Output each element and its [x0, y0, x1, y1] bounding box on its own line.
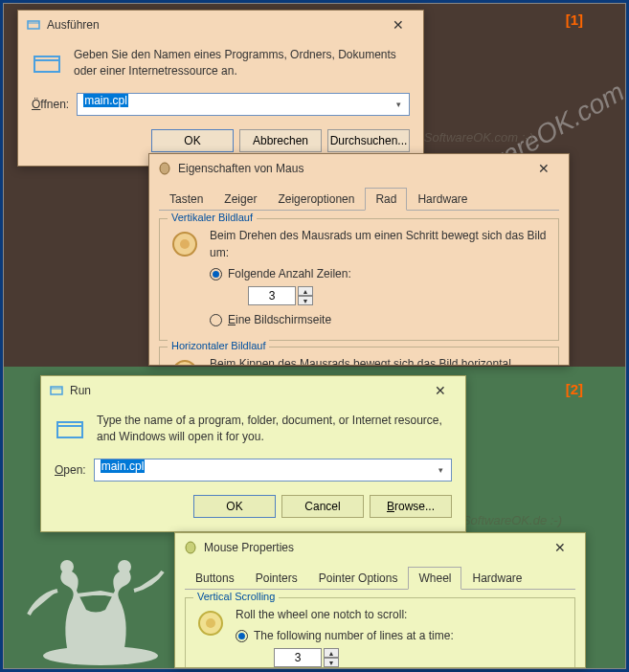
svg-point-6	[180, 239, 190, 249]
run-dialog-en: Run ✕ Type the name of a program, folder…	[40, 375, 466, 532]
horizontal-description: Beim Kippen des Mausrads bewegt sich das…	[210, 355, 511, 366]
svg-rect-9	[51, 387, 62, 394]
open-label: Öffnen:	[32, 98, 69, 111]
tab-pointer-options[interactable]: Pointer Options	[308, 567, 409, 590]
open-label: Open:	[55, 463, 86, 477]
mouse-properties-de: Eigenschaften von Maus ✕ Tasten Zeiger Z…	[148, 153, 570, 366]
dropdown-icon[interactable]: ▾	[390, 96, 407, 113]
lines-spinner[interactable]: ▲▼	[248, 286, 313, 305]
vertical-scroll-group: Vertical Scrolling Roll the wheel one no…	[185, 597, 575, 668]
tabs: Buttons Pointers Pointer Options Wheel H…	[185, 566, 575, 590]
spin-down[interactable]: ▼	[324, 658, 339, 667]
radio-lines-label: The following number of lines at a time:	[254, 627, 454, 644]
close-button[interactable]: ✕	[543, 537, 577, 558]
vertical-description: Beim Drehen des Mausrads um einen Schrit…	[210, 227, 549, 261]
ok-button[interactable]: OK	[151, 129, 234, 152]
vertical-description: Roll the wheel one notch to scroll:	[236, 606, 454, 623]
run-dialog-de: Ausführen ✕ Geben Sie den Namen eines Pr…	[17, 10, 424, 167]
browse-button[interactable]: Durchsuchen...	[327, 129, 410, 152]
svg-point-7	[173, 361, 196, 366]
dialog-title: Eigenschaften von Maus	[178, 162, 527, 175]
vertical-scroll-group: Vertikaler Bildlauf Beim Drehen des Maus…	[159, 218, 559, 341]
svg-point-13	[186, 542, 195, 553]
lines-spinner[interactable]: ▲▼	[274, 648, 339, 667]
tab-buttons[interactable]: Tasten	[159, 188, 213, 211]
tab-hardware[interactable]: Hardware	[407, 188, 478, 211]
lines-input[interactable]	[248, 286, 296, 305]
open-input[interactable]: main.cpl ▾	[94, 459, 452, 482]
mouse-icon	[183, 540, 198, 555]
tab-hardware[interactable]: Hardware	[461, 567, 532, 590]
svg-rect-2	[34, 56, 59, 72]
run-icon	[32, 49, 62, 79]
group-title: Horizontaler Bildlauf	[168, 340, 269, 351]
tab-buttons[interactable]: Buttons	[185, 567, 245, 590]
cancel-button[interactable]: Abbrechen	[239, 129, 322, 152]
group-title: Vertikaler Bildlauf	[168, 212, 257, 223]
input-value: main.cpl	[83, 94, 128, 107]
tab-pointers[interactable]: Zeiger	[213, 188, 267, 211]
run-description: Geben Sie den Namen eines Programms, Ord…	[74, 47, 410, 79]
close-button[interactable]: ✕	[423, 380, 458, 401]
svg-point-4	[160, 163, 169, 174]
svg-rect-0	[28, 21, 39, 29]
spin-down[interactable]: ▼	[298, 296, 313, 305]
radio-lines-label: Folgende Anzahl Zeilen:	[228, 265, 351, 282]
mouse-icon	[157, 161, 172, 176]
dialog-title: Ausführen	[47, 18, 381, 32]
group-title: Vertical Scrolling	[193, 591, 279, 602]
tab-wheel[interactable]: Rad	[365, 188, 407, 211]
titlebar[interactable]: Run ✕	[41, 376, 465, 405]
marker-2: [2]	[566, 381, 583, 397]
wheel-icon	[169, 229, 200, 259]
radio-page[interactable]	[210, 314, 222, 326]
svg-rect-11	[57, 422, 82, 437]
run-icon	[55, 414, 85, 445]
tabs: Tasten Zeiger Zeigeroptionen Rad Hardwar…	[159, 187, 559, 211]
tab-wheel[interactable]: Wheel	[408, 567, 461, 590]
cancel-button[interactable]: Cancel	[281, 495, 364, 518]
run-window-icon	[49, 383, 64, 398]
dialog-title: Run	[70, 384, 423, 397]
spin-up[interactable]: ▲	[298, 286, 313, 296]
tab-pointers[interactable]: Pointers	[245, 567, 308, 590]
run-description: Type the name of a program, folder, docu…	[97, 413, 452, 445]
mouse-properties-en: Mouse Properties ✕ Buttons Pointers Poin…	[174, 532, 586, 668]
titlebar[interactable]: Mouse Properties ✕	[175, 533, 585, 562]
titlebar[interactable]: Ausführen ✕	[18, 11, 423, 39]
ok-button[interactable]: OK	[193, 495, 276, 518]
titlebar[interactable]: Eigenschaften von Maus ✕	[149, 154, 569, 183]
browse-button[interactable]: Browse...	[370, 495, 452, 518]
wheel-icon	[195, 608, 226, 638]
tab-pointer-options[interactable]: Zeigeroptionen	[267, 188, 365, 211]
spin-up[interactable]: ▲	[324, 648, 339, 658]
radio-lines[interactable]	[236, 630, 248, 642]
horizontal-scroll-group: Horizontaler Bildlauf Beim Kippen des Ma…	[159, 347, 559, 366]
dialog-title: Mouse Properties	[204, 541, 543, 554]
marker-1: [1]	[566, 11, 583, 28]
svg-point-15	[206, 618, 215, 628]
run-window-icon	[26, 17, 41, 33]
open-input[interactable]: main.cpl ▾	[77, 93, 410, 116]
close-button[interactable]: ✕	[527, 158, 561, 179]
dropdown-icon[interactable]: ▾	[432, 461, 449, 479]
input-value: main.cpl	[101, 459, 146, 473]
wheel-icon	[169, 357, 200, 366]
radio-lines[interactable]	[210, 268, 222, 280]
lines-input[interactable]	[274, 648, 322, 667]
radio-page-label: Eine Bildschirmseite	[228, 311, 331, 328]
close-button[interactable]: ✕	[381, 14, 416, 35]
